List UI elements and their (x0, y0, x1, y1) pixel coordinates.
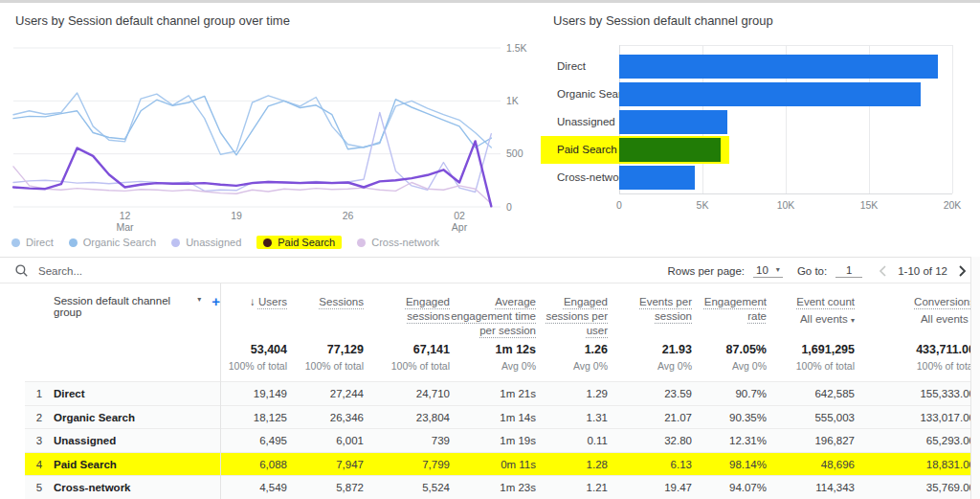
row-number: 4 (25, 452, 54, 476)
rows-per-page-select[interactable]: 10 ▾ (753, 264, 783, 278)
header-spacer (25, 284, 54, 343)
channel-name: Direct (54, 381, 220, 405)
line-chart: 1.5K1K500012Mar192602Apr (0, 3, 536, 233)
bar-label-cross-network: Cross-network (557, 166, 628, 190)
table-column-divider (220, 284, 221, 499)
next-page-button[interactable] (958, 265, 967, 277)
goto-page-input[interactable]: 1 (835, 264, 862, 278)
metric-filter-label: All events (800, 313, 851, 325)
line-chart-legend: DirectOrganic SearchUnassignedPaid Searc… (11, 236, 439, 249)
cell-sessions: 7,947 (287, 452, 364, 476)
cell-events-per-session: 19.47 (608, 475, 692, 499)
legend-label-organic-search: Organic Search (83, 237, 156, 248)
column-header-engaged-sessions-per-user[interactable]: Engaged sessions per user (536, 284, 608, 343)
total-value: 21.93 (608, 343, 692, 356)
metric-filter-event-count[interactable]: All events ▾ (767, 312, 855, 328)
total-subtext: 100% of total (287, 360, 364, 372)
search-input[interactable] (36, 264, 289, 278)
x-axis-tick-month: Apr (452, 221, 468, 233)
cell-event-count: 642,585 (767, 381, 855, 405)
previous-page-button[interactable] (879, 265, 887, 277)
cell-conversions: 133,017.00 (855, 405, 975, 429)
total-value: 53,404 (220, 343, 287, 356)
legend-item-organic-search[interactable]: Organic Search (69, 237, 156, 248)
total-subtext: 100% of total (220, 360, 287, 372)
bar-organic-search[interactable] (619, 82, 921, 106)
row-number: 3 (25, 428, 54, 452)
total-value: 1.26 (536, 343, 608, 356)
bar-label-unassigned: Unassigned (557, 110, 615, 134)
legend-item-paid-search[interactable]: Paid Search (256, 236, 342, 249)
series-line-paid-search (13, 141, 491, 206)
dropdown-caret-icon: ▾ (197, 295, 201, 304)
legend-dot-paid-search (263, 238, 272, 247)
cell-events-per-session: 32.80 (608, 428, 692, 452)
cell-engagement-rate: 94.07% (692, 475, 767, 499)
x-axis-tick: 0 (616, 199, 622, 211)
cell-events-per-session: 21.07 (608, 405, 692, 429)
x-axis-tick: 15K (860, 199, 879, 211)
analytics-dashboard: 1.5K1K500012Mar192602Apr Users by Sessio… (0, 0, 980, 499)
cell-conversions: 18,831.00 (855, 452, 975, 476)
cell-events-per-session: 6.13 (608, 452, 692, 476)
column-header-engaged-sessions[interactable]: Engaged sessions (364, 284, 450, 343)
line-chart-title: Users by Session default channel group o… (15, 13, 290, 28)
total-value: 1m 12s (450, 343, 536, 356)
cell-sessions: 26,346 (287, 405, 364, 429)
column-header-events-per-session[interactable]: Events per session (608, 284, 692, 343)
column-header-conversions[interactable]: ConversionsAll events ▾ (855, 284, 975, 343)
table-toolbar: Rows per page: 10 ▾ Go to: 1 1-10 of 12 (0, 257, 980, 284)
cell-conversions: 35,769.00 (855, 475, 975, 499)
y-axis-tick: 1.5K (506, 42, 527, 54)
bar-label-paid-search: Paid Search (557, 138, 617, 162)
column-header-sessions[interactable]: Sessions (287, 284, 364, 343)
channel-name: Paid Search (54, 452, 220, 476)
dimension-selector[interactable]: Session default channel group▾+ (54, 284, 220, 343)
x-axis-tick: 10K (777, 199, 795, 211)
bar-direct[interactable] (619, 55, 938, 79)
sort-descending-icon: ↓ (250, 296, 258, 307)
legend-dot-cross-network (357, 238, 366, 247)
total-value: 87.05% (692, 343, 767, 356)
column-header-label: Engagement rate (704, 296, 767, 322)
channel-name: Organic Search (54, 405, 220, 429)
total-value: 1,691,295 (767, 343, 855, 356)
total-subtext: Avg 0% (692, 360, 767, 372)
cell-engagement-rate: 90.7% (692, 381, 767, 405)
legend-item-unassigned[interactable]: Unassigned (171, 237, 241, 248)
cell-sessions: 6,001 (287, 428, 364, 452)
column-header-label: Users (258, 296, 287, 307)
total-engagement-rate: 87.05%Avg 0% (692, 343, 767, 381)
column-header-event-count[interactable]: Event countAll events ▾ (767, 284, 855, 343)
cell-average-engagement-time-per-session: 1m 19s (450, 428, 536, 452)
bar-paid-search[interactable] (619, 138, 721, 162)
bar-chart-title: Users by Session default channel group (553, 13, 773, 28)
cell-event-count: 114,343 (767, 475, 855, 499)
metric-filter-conversions[interactable]: All events ▾ (855, 312, 975, 328)
cell-engaged-sessions: 739 (364, 428, 450, 452)
cell-users: 6,088 (220, 452, 287, 476)
total-subtext: 100% of total (767, 360, 855, 372)
legend-dot-direct (11, 238, 20, 247)
cell-event-count: 555,003 (767, 405, 855, 429)
total-value: 67,141 (364, 343, 450, 356)
bar-unassigned[interactable] (619, 110, 727, 134)
column-header-average-engagement-time-per-session[interactable]: Average engagement time per session (450, 284, 536, 343)
column-header-users[interactable]: ↓ Users (220, 284, 287, 343)
dimension-header-label: Session default channel group (54, 295, 189, 318)
legend-item-cross-network[interactable]: Cross-network (357, 237, 439, 248)
total-sessions: 77,129100% of total (287, 343, 364, 381)
column-header-engagement-rate[interactable]: Engagement rate (692, 284, 767, 343)
cell-users: 4,549 (220, 475, 287, 499)
column-header-label: Conversions (914, 296, 975, 307)
cell-engaged-sessions-per-user: 0.11 (536, 428, 608, 452)
total-value: 433,711.00 (855, 343, 975, 356)
add-dimension-button[interactable]: + (212, 295, 220, 307)
cell-engagement-rate: 12.31% (692, 428, 767, 452)
x-axis-tick: 26 (343, 210, 354, 221)
x-axis-tick: 12 (120, 210, 131, 221)
bar-cross-network[interactable] (619, 166, 695, 190)
legend-item-direct[interactable]: Direct (11, 237, 54, 248)
gridline (952, 45, 953, 193)
cell-conversions: 65,293.00 (855, 428, 975, 452)
